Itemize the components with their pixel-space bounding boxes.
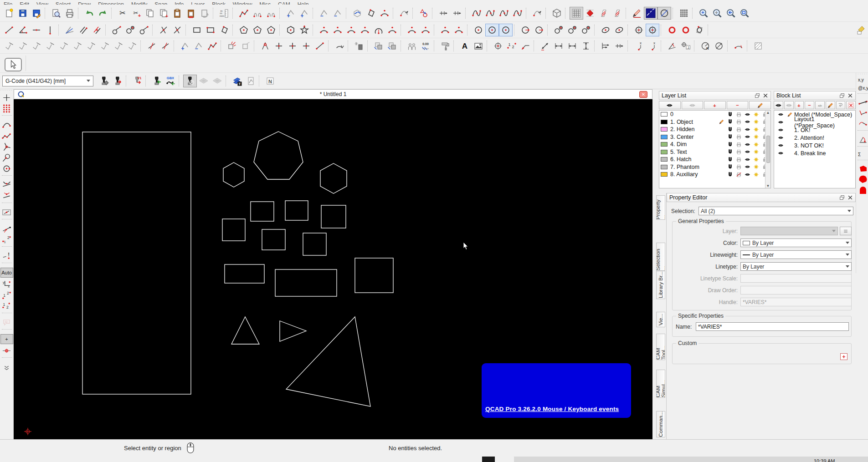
point-grid[interactable] xyxy=(677,7,691,20)
menu-item-window[interactable]: Window xyxy=(229,1,256,5)
hide-all-blocks-button[interactable] xyxy=(784,101,794,109)
spline-to-polyline[interactable] xyxy=(397,7,411,20)
hatch-solid[interactable] xyxy=(583,7,597,20)
snap-center[interactable] xyxy=(0,163,13,174)
hatch-pattern[interactable] xyxy=(597,7,611,20)
relative-angle-line[interactable] xyxy=(170,24,184,36)
sun-icon[interactable] xyxy=(752,126,760,133)
eye-icon[interactable] xyxy=(743,163,752,170)
block-row[interactable]: 2. Attention! xyxy=(774,134,855,142)
dim-horizontal[interactable] xyxy=(565,40,579,52)
mirror[interactable] xyxy=(43,40,57,52)
magnet-icon[interactable] xyxy=(726,118,734,125)
menu-item-help[interactable]: Help xyxy=(294,1,313,5)
cam-nc-view[interactable]: N xyxy=(263,75,277,87)
linetype-combo[interactable]: By Layer xyxy=(740,262,852,271)
break-gap-2[interactable] xyxy=(450,7,464,20)
handle-input[interactable]: *VARIES* xyxy=(740,298,852,306)
canvas-shape[interactable] xyxy=(231,317,259,344)
reference-points[interactable]: 12 xyxy=(505,40,519,52)
printer-icon[interactable] xyxy=(734,111,743,118)
edit-layer-button[interactable] xyxy=(749,101,771,109)
dock-tab-selection[interactable]: Selection ... xyxy=(656,243,665,271)
taskbar-app-icon[interactable] xyxy=(482,457,495,462)
node-remove[interactable]: − xyxy=(192,40,205,52)
dim-angular[interactable] xyxy=(665,40,679,52)
hatch-create[interactable] xyxy=(751,40,765,52)
eye-icon[interactable] xyxy=(776,119,785,126)
eye-icon[interactable] xyxy=(743,148,752,155)
printerno-icon[interactable] xyxy=(734,171,743,178)
vertex-delete-between[interactable]: − xyxy=(331,7,344,20)
redo[interactable] xyxy=(96,7,110,20)
line-extend[interactable] xyxy=(145,40,159,52)
orig-crosshair-tool[interactable] xyxy=(0,345,13,356)
arc-2p-radius[interactable] xyxy=(385,24,399,36)
canvas-shape[interactable] xyxy=(286,317,370,406)
polyline-arc-segment[interactable] xyxy=(378,7,391,20)
polyline-from-segments[interactable] xyxy=(350,7,364,20)
cam-export-v1[interactable]: V1 xyxy=(130,75,144,87)
trim[interactable] xyxy=(2,40,16,52)
layer-combo[interactable] xyxy=(740,227,838,235)
close-block-button[interactable] xyxy=(846,101,856,109)
coord-arc[interactable] xyxy=(858,118,868,129)
undo[interactable] xyxy=(82,7,96,20)
dock-tab-cam-simul[interactable]: CAM Simul... xyxy=(656,370,665,398)
break-gap-1[interactable] xyxy=(437,7,450,20)
zoom-window[interactable] xyxy=(738,7,751,20)
menu-item-block[interactable]: Block xyxy=(208,1,229,5)
dim-diametric[interactable] xyxy=(712,40,726,52)
snap-endpoints[interactable] xyxy=(0,119,13,130)
canvas-shape[interactable] xyxy=(251,202,274,221)
scale[interactable] xyxy=(112,40,125,52)
coord-relative-xy[interactable]: @x,y xyxy=(858,84,868,92)
draw-style-pencil[interactable] xyxy=(630,7,644,20)
donut-2[interactable] xyxy=(679,24,693,36)
node-edit[interactable] xyxy=(205,40,219,52)
line-shorten[interactable] xyxy=(159,40,172,52)
float-panel-icon[interactable] xyxy=(839,93,845,98)
order-bring-to-front[interactable] xyxy=(372,40,385,52)
linetype-scale-input[interactable] xyxy=(740,274,852,283)
flip-horizontal[interactable] xyxy=(57,40,71,52)
vertex-add[interactable]: + xyxy=(284,7,298,20)
drawing-canvas[interactable]: QCAD Pro 3.26.2.0 Mouse / Keyboard event… xyxy=(14,99,652,439)
eye-icon[interactable] xyxy=(743,118,752,125)
eye-icon[interactable] xyxy=(743,111,752,118)
sun-icon[interactable] xyxy=(752,163,760,170)
snap-grid[interactable] xyxy=(0,103,13,114)
auto-trim[interactable] xyxy=(272,40,286,52)
arc-angle[interactable] xyxy=(344,24,358,36)
canvas-shape[interactable] xyxy=(262,229,285,250)
star-shape[interactable] xyxy=(298,24,311,36)
cam-gbx-import[interactable]: GBX xyxy=(164,75,177,87)
magnet-icon[interactable] xyxy=(726,148,734,155)
pencil-icon[interactable] xyxy=(785,111,794,118)
draw-order-input[interactable] xyxy=(740,286,852,294)
spline-control-points[interactable] xyxy=(483,7,497,20)
dim-ordinate-x[interactable]: x xyxy=(632,40,646,52)
rotate-two[interactable] xyxy=(84,40,98,52)
paste-with-reference[interactable] xyxy=(184,7,198,20)
magnet-icon[interactable] xyxy=(726,171,734,178)
lineweight-display[interactable] xyxy=(657,7,671,20)
dock-tab-cam-tool[interactable]: CAM Tool... xyxy=(656,334,665,360)
line-vertical[interactable] xyxy=(43,24,57,36)
layer-row[interactable]: 2. Hidden xyxy=(659,126,770,133)
arc-continue[interactable] xyxy=(452,24,466,36)
ellipse-inscribed[interactable] xyxy=(693,24,706,36)
scroll-up-icon[interactable]: ▲ xyxy=(766,111,770,115)
canvas-shape[interactable] xyxy=(321,205,346,228)
donut[interactable] xyxy=(665,24,679,36)
save-as[interactable] xyxy=(30,7,43,20)
cam-simulation[interactable] xyxy=(183,75,197,87)
printer-icon[interactable] xyxy=(734,148,743,155)
polyline-morph[interactable] xyxy=(417,7,431,20)
cut[interactable]: ✂ xyxy=(116,7,129,20)
block-row[interactable]: Layout1 (*Paper_Space) xyxy=(774,118,855,126)
menu-item-info[interactable]: Info xyxy=(171,1,187,5)
document-close-button[interactable]: ✕ xyxy=(639,91,647,98)
menu-item-misc[interactable]: Misc xyxy=(256,1,274,5)
dock-tab-library-br[interactable]: Library Br... xyxy=(656,271,665,299)
